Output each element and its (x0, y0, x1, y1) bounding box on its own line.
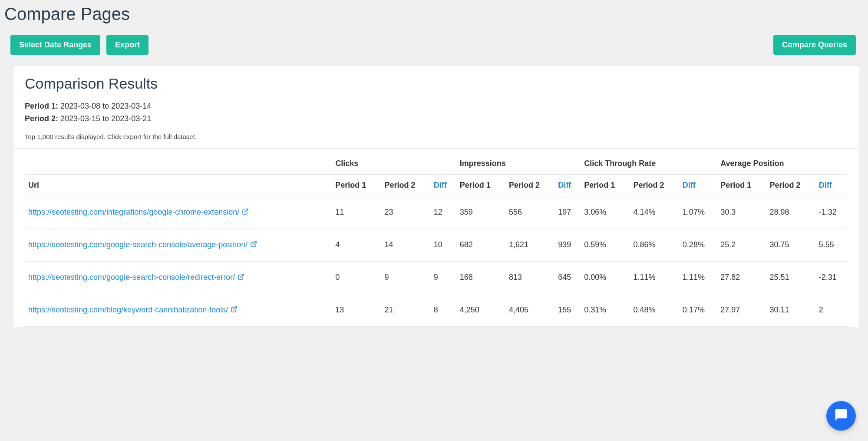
cell-pos_diff: -2.31 (815, 261, 848, 294)
cell-imp_p2: 813 (505, 261, 554, 294)
cell-pos_p1: 30.3 (717, 196, 766, 229)
cell-clicks_p1: 11 (332, 196, 381, 229)
results-card: Comparison Results Period 1: 2023-03-08 … (13, 65, 859, 327)
cell-ctr_p1: 3.06% (581, 196, 630, 229)
cell-ctr_diff: 1.11% (679, 261, 717, 294)
cell-ctr_p2: 4.14% (630, 196, 679, 229)
table-row: https://seotesting.com/google-search-con… (25, 229, 848, 261)
cell-imp_diff: 155 (554, 294, 581, 326)
cell-pos_diff: 5.55 (815, 229, 848, 261)
external-link-icon[interactable] (242, 208, 249, 217)
cell-imp_p2: 556 (505, 196, 554, 229)
cell-ctr_p1: 0.00% (581, 261, 630, 294)
compare-queries-button[interactable]: Compare Queries (773, 35, 856, 55)
cell-pos_p2: 30.11 (766, 294, 815, 326)
col-clicks-p1[interactable]: Period 1 (332, 174, 381, 196)
url-link[interactable]: https://seotesting.com/google-search-con… (28, 240, 248, 249)
cell-imp_p1: 4,250 (456, 294, 505, 326)
col-pos-p2[interactable]: Period 2 (766, 174, 815, 196)
cell-clicks_p2: 23 (381, 196, 430, 229)
col-imp-p2[interactable]: Period 2 (505, 174, 554, 196)
col-group-impressions: Impressions (456, 153, 581, 175)
cell-pos_diff: 2 (815, 294, 848, 326)
col-group-position: Average Position (717, 153, 848, 175)
col-pos-p1[interactable]: Period 1 (717, 174, 766, 196)
col-ctr-p2[interactable]: Period 2 (630, 174, 679, 196)
col-clicks-diff[interactable]: Diff (430, 174, 456, 196)
results-title: Comparison Results (25, 75, 848, 92)
period2-value: 2023-03-15 to 2023-03-21 (60, 114, 151, 123)
cell-pos_p1: 25.2 (717, 229, 766, 261)
cell-clicks_diff: 8 (430, 294, 456, 326)
cell-pos_p2: 25.51 (766, 261, 815, 294)
cell-imp_diff: 939 (554, 229, 581, 261)
col-imp-diff[interactable]: Diff (554, 174, 581, 196)
cell-clicks_diff: 10 (430, 229, 456, 261)
cell-imp_p1: 168 (456, 261, 505, 294)
cell-pos_p2: 28.98 (766, 196, 815, 229)
col-clicks-p2[interactable]: Period 2 (381, 174, 430, 196)
cell-ctr_p2: 1.11% (630, 261, 679, 294)
table-row: https://seotesting.com/blog/keyword-cann… (25, 294, 848, 326)
svg-line-3 (234, 307, 237, 310)
cell-clicks_p2: 9 (381, 261, 430, 294)
cell-clicks_p1: 0 (332, 261, 381, 294)
divider (13, 148, 859, 149)
select-date-ranges-button[interactable]: Select Date Ranges (10, 35, 100, 55)
col-imp-p1[interactable]: Period 1 (456, 174, 505, 196)
cell-pos_p1: 27.82 (717, 261, 766, 294)
results-note: Top 1,000 results displayed. Click expor… (25, 133, 848, 140)
cell-clicks_diff: 9 (430, 261, 456, 294)
cell-clicks_p1: 13 (332, 294, 381, 326)
cell-pos_p1: 27.97 (717, 294, 766, 326)
cell-imp_p2: 4,405 (505, 294, 554, 326)
table-row: https://seotesting.com/integrations/goog… (25, 196, 848, 229)
cell-ctr_p2: 0.86% (630, 229, 679, 261)
external-link-icon[interactable] (238, 273, 244, 282)
cell-ctr_diff: 1.07% (679, 196, 717, 229)
cell-pos_diff: -1.32 (815, 196, 848, 229)
cell-ctr_p1: 0.31% (581, 294, 630, 326)
cell-clicks_diff: 12 (430, 196, 456, 229)
period1-value: 2023-03-08 to 2023-03-14 (60, 102, 151, 110)
cell-clicks_p2: 21 (381, 294, 430, 326)
table-row: https://seotesting.com/google-search-con… (25, 261, 848, 294)
cell-clicks_p2: 14 (381, 229, 430, 261)
cell-imp_p1: 682 (456, 229, 505, 261)
svg-line-1 (253, 242, 256, 245)
col-url[interactable]: Url (25, 174, 332, 196)
cell-imp_diff: 645 (554, 261, 581, 294)
cell-clicks_p1: 4 (332, 229, 381, 261)
cell-imp_p1: 359 (456, 196, 505, 229)
cell-ctr_p1: 0.59% (581, 229, 630, 261)
col-ctr-diff[interactable]: Diff (679, 174, 717, 196)
period2-label: Period 2: (25, 114, 58, 123)
cell-ctr_diff: 0.17% (679, 294, 717, 326)
svg-line-2 (241, 274, 244, 277)
url-link[interactable]: https://seotesting.com/integrations/goog… (28, 208, 239, 216)
cell-ctr_p2: 0.48% (630, 294, 679, 326)
export-button[interactable]: Export (106, 35, 149, 55)
col-group-ctr: Click Through Rate (581, 153, 717, 175)
col-pos-diff[interactable]: Diff (815, 174, 848, 196)
cell-pos_p2: 30.75 (766, 229, 815, 261)
external-link-icon[interactable] (231, 306, 238, 315)
url-link[interactable]: https://seotesting.com/google-search-con… (28, 273, 235, 282)
action-bar: Select Date Ranges Export Compare Querie… (4, 35, 868, 55)
external-link-icon[interactable] (250, 241, 257, 250)
cell-imp_p2: 1,621 (505, 229, 554, 261)
col-ctr-p1[interactable]: Period 1 (581, 174, 630, 196)
svg-line-0 (245, 209, 248, 212)
period1-label: Period 1: (25, 102, 58, 110)
page-title: Compare Pages (4, 4, 868, 24)
col-group-clicks: Clicks (332, 153, 456, 175)
comparison-table: Clicks Impressions Click Through Rate Av… (25, 153, 848, 327)
url-link[interactable]: https://seotesting.com/blog/keyword-cann… (28, 305, 228, 314)
cell-imp_diff: 197 (554, 196, 581, 229)
cell-ctr_diff: 0.28% (679, 229, 717, 261)
